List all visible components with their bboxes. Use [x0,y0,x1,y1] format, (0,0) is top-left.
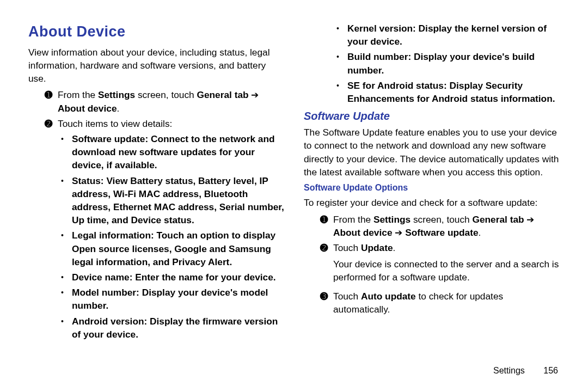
bullet-icon: • [61,315,72,341]
step-marker: ➊ [45,88,58,114]
bullet-icon: • [61,286,72,312]
step-1: ➊ From the Settings screen, touch Genera… [45,88,284,114]
bullet-icon: • [61,132,72,172]
bullet-icon: • [336,50,347,76]
footer-page-number: 156 [543,365,558,377]
step-marker: ➋ [45,117,58,130]
list-item: • SE for Android status: Display Securit… [336,79,560,105]
step-1-text: From the Settings screen, touch General … [58,88,284,114]
step-2-text: Touch items to view details: [58,117,284,130]
step-2: ➋ Touch items to view details: [45,117,284,130]
software-update-intro: The Software Update feature enables you … [304,126,560,179]
list-item: • Model number: Display your device's mo… [61,286,284,312]
heading-software-update-options: Software Update Options [304,182,560,194]
list-item: • Build number: Display your device's bu… [336,50,560,76]
heading-software-update: Software Update [304,108,560,124]
bullet-icon: • [336,79,347,105]
su-step-3: ➌ Touch Auto update to check for updates… [320,290,560,316]
footer-section: Settings [493,365,525,377]
su-step-2: ➋ Touch Update. Your device is connected… [320,241,560,287]
bullet-icon: • [61,271,72,284]
bullet-icon: • [61,229,72,268]
bullet-icon: • [61,174,72,227]
step-marker: ➌ [320,290,333,316]
su-register-line: To register your device and check for a … [304,196,560,209]
heading-about-device: About Device [28,22,284,42]
list-item: • Status: View Battery status, Battery l… [61,174,284,227]
step-marker: ➊ [320,213,333,239]
list-item: • Legal information: Touch an option to … [61,229,284,268]
list-item: • Device name: Enter the name for your d… [61,271,284,284]
list-item: • Kernel version: Display the kernel ver… [336,22,560,48]
list-item: • Software update: Connect to the networ… [61,132,284,172]
list-item: • Android version: Display the firmware … [61,315,284,341]
step-marker: ➋ [320,241,333,287]
intro-paragraph: View information about your device, incl… [28,46,284,85]
page-footer: Settings 156 [493,365,558,377]
bullet-icon: • [336,22,347,48]
su-step-1: ➊ From the Settings screen, touch Genera… [320,213,560,239]
page-body: About Device View information about your… [28,22,560,354]
